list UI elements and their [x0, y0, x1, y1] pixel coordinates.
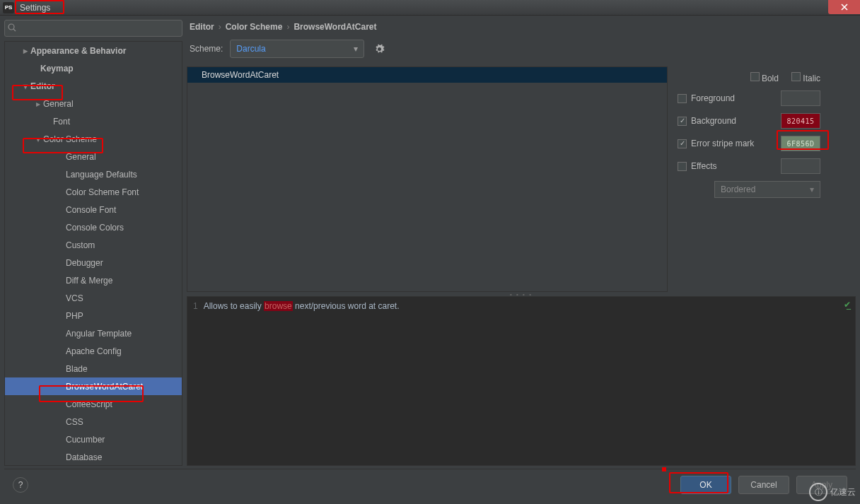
tree-item-label: Console Colors — [66, 223, 124, 233]
tree-item-label: Editor — [30, 81, 55, 91]
breadcrumb: Editor › Color Scheme › BrowseWordAtCare… — [187, 20, 856, 37]
tree-item-label: CoffeeScript — [66, 399, 112, 409]
search-wrap — [4, 20, 182, 37]
bold-label: Bold — [762, 74, 779, 83]
tree-item[interactable]: Console Font — [5, 201, 182, 218]
tree-item-label: Appearance & Behavior — [30, 46, 126, 56]
attribute-row[interactable]: BrowseWordAtCaret — [187, 67, 667, 83]
preview-text-post: next/previous word at caret. — [293, 301, 400, 311]
tree-item-label: Console Font — [66, 205, 116, 215]
ok-button[interactable]: OK — [680, 476, 731, 494]
tree-item[interactable]: Apache Config — [5, 342, 182, 360]
help-button[interactable]: ? — [13, 477, 28, 493]
settings-tree[interactable]: ▸Appearance & BehaviorKeymap▾Editor▸Gene… — [4, 41, 182, 466]
chevron-down-icon: ▾ — [354, 44, 358, 54]
tree-item[interactable]: PHP — [5, 307, 182, 324]
tree-item[interactable]: Database — [5, 448, 182, 466]
tree-item[interactable]: VCS — [5, 289, 182, 307]
chevron-right-icon: ▸ — [21, 46, 30, 56]
attribute-options: Bold Italic Foreground Background 820415… — [678, 66, 856, 292]
background-swatch[interactable]: 820415 — [781, 113, 820, 129]
effects-type-select[interactable]: Bordered ▾ — [714, 181, 820, 198]
tree-item[interactable]: Diff & Merge — [5, 271, 182, 289]
crumb-editor[interactable]: Editor — [190, 22, 214, 32]
tree-item[interactable]: Keymap — [5, 59, 182, 77]
foreground-label: Foreground — [691, 93, 735, 103]
tree-item[interactable]: Console Colors — [5, 218, 182, 236]
crumb-current: BrowseWordAtCaret — [294, 22, 376, 32]
apply-button[interactable]: Apply — [796, 476, 847, 494]
foreground-swatch[interactable] — [781, 90, 820, 106]
scheme-select[interactable]: Darcula ▾ — [230, 40, 364, 58]
tree-item[interactable]: ▸General — [5, 95, 182, 112]
tree-item[interactable]: Language Defaults — [5, 165, 182, 183]
scheme-label: Scheme: — [190, 44, 223, 54]
window-title: Settings — [17, 3, 53, 13]
tree-item-label: Font — [53, 117, 70, 127]
tree-item-label: Angular Template — [66, 329, 132, 339]
close-button[interactable] — [828, 0, 860, 14]
tree-item-label: Color Scheme Font — [66, 187, 139, 197]
background-label: Background — [691, 116, 736, 126]
tree-item[interactable]: Font — [5, 112, 182, 130]
tree-item-label: BrowseWordAtCaret — [66, 382, 143, 392]
tree-item-label: Cucumber — [66, 435, 105, 445]
app-icon: PS — [3, 2, 14, 13]
tree-item-label: Blade — [66, 364, 88, 374]
tree-item-label: Language Defaults — [66, 170, 137, 180]
bold-checkbox[interactable]: Bold — [750, 72, 779, 83]
tree-item[interactable]: ▸Appearance & Behavior — [5, 42, 182, 59]
attributes-list[interactable]: BrowseWordAtCaret — [187, 66, 668, 292]
foreground-checkbox[interactable]: Foreground — [678, 93, 735, 103]
chevron-down-icon: ▾ — [33, 134, 43, 144]
tree-item[interactable]: BrowseWordAtCaret — [5, 377, 182, 395]
stripe-swatch[interactable]: 6F856D — [781, 136, 820, 151]
chevron-down-icon: ▾ — [810, 184, 814, 194]
tree-item-label: Custom — [66, 240, 95, 250]
tree-item-label: Diff & Merge — [66, 276, 112, 286]
search-input[interactable] — [4, 20, 182, 37]
highlight-dot — [662, 467, 666, 471]
preview-highlight-word: browse — [264, 301, 293, 311]
background-checkbox[interactable]: Background — [678, 116, 736, 126]
stripe-checkbox[interactable]: Error stripe mark — [678, 139, 754, 148]
tree-item-label: VCS — [66, 293, 83, 303]
effects-type-value: Bordered — [721, 184, 755, 194]
preview-text-pre: Allows to easily — [204, 301, 264, 311]
tree-item[interactable]: Blade — [5, 360, 182, 377]
italic-checkbox[interactable]: Italic — [791, 72, 820, 83]
tree-item-label: Debugger — [66, 258, 103, 268]
tree-item-label: General — [66, 152, 96, 162]
effects-checkbox[interactable]: Effects — [678, 161, 716, 171]
effects-label: Effects — [691, 161, 716, 171]
chevron-right-icon: › — [219, 22, 221, 32]
tree-item[interactable]: General — [5, 148, 182, 165]
tree-item[interactable]: Custom — [5, 236, 182, 254]
svg-point-0 — [8, 24, 14, 30]
settings-sidebar: ▸Appearance & BehaviorKeymap▾Editor▸Gene… — [4, 20, 182, 466]
tree-item[interactable]: CSS — [5, 413, 182, 430]
tree-item-label: Apache Config — [66, 346, 122, 356]
chevron-right-icon: › — [286, 22, 289, 32]
cancel-button[interactable]: Cancel — [738, 476, 789, 494]
preview-check-icon[interactable]: ✔̲ — [844, 300, 851, 310]
titlebar: PS Settings — [0, 0, 860, 16]
tree-item[interactable]: Debugger — [5, 254, 182, 271]
close-icon — [841, 4, 848, 11]
search-icon — [8, 23, 16, 34]
crumb-colorscheme[interactable]: Color Scheme — [226, 22, 283, 32]
tree-item[interactable]: ▾Editor — [5, 77, 182, 95]
tree-item[interactable]: CoffeeScript — [5, 395, 182, 413]
chevron-right-icon: ▸ — [33, 99, 43, 109]
tree-item[interactable]: Color Scheme Font — [5, 183, 182, 201]
settings-content: Editor › Color Scheme › BrowseWordAtCare… — [187, 20, 856, 466]
line-number: 1 — [193, 301, 198, 311]
scheme-gear-button[interactable] — [371, 41, 387, 57]
tree-item[interactable]: ▾Color Scheme — [5, 130, 182, 148]
tree-item[interactable]: Cucumber — [5, 430, 182, 448]
tree-item-label: General — [43, 99, 74, 109]
preview-editor[interactable]: 1Allows to easily browse next/previous w… — [187, 296, 856, 466]
effects-swatch[interactable] — [781, 158, 820, 174]
tree-item[interactable]: Angular Template — [5, 324, 182, 342]
stripe-label: Error stripe mark — [691, 139, 754, 148]
